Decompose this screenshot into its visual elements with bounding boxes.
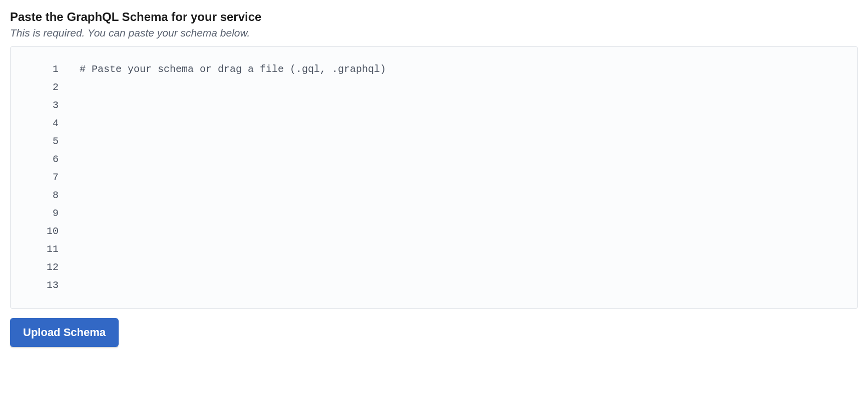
line-number: 3 <box>11 96 59 114</box>
line-number: 8 <box>11 186 59 204</box>
line-number: 10 <box>11 222 59 240</box>
page-title: Paste the GraphQL Schema for your servic… <box>10 10 858 24</box>
line-number: 11 <box>11 240 59 258</box>
line-number: 6 <box>11 150 59 168</box>
line-number: 1 <box>11 60 59 78</box>
line-number: 2 <box>11 78 59 96</box>
line-number: 7 <box>11 168 59 186</box>
line-number: 9 <box>11 204 59 222</box>
code-content[interactable]: # Paste your schema or drag a file (.gql… <box>66 60 857 294</box>
line-number: 12 <box>11 258 59 276</box>
line-number: 13 <box>11 276 59 294</box>
line-number: 5 <box>11 132 59 150</box>
line-number-gutter: 1 2 3 4 5 6 7 8 9 10 11 12 13 <box>11 60 66 294</box>
code-line: # Paste your schema or drag a file (.gql… <box>80 60 857 78</box>
line-number: 4 <box>11 114 59 132</box>
page-subtitle: This is required. You can paste your sch… <box>10 27 858 39</box>
schema-editor[interactable]: 1 2 3 4 5 6 7 8 9 10 11 12 13 # Paste yo… <box>10 46 858 309</box>
upload-schema-button[interactable]: Upload Schema <box>10 318 119 347</box>
